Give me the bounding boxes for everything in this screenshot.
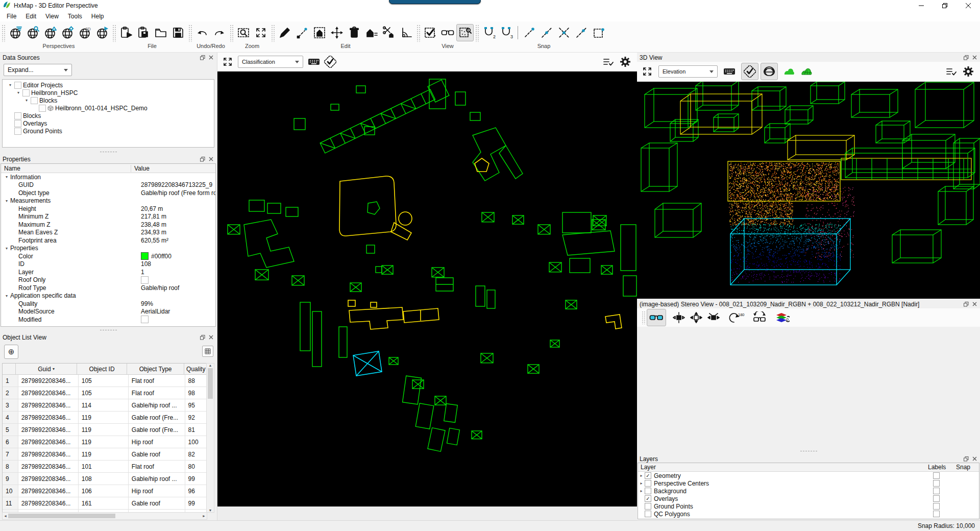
gear-icon[interactable] [960,63,977,80]
map-viewport[interactable] [217,71,637,506]
cursor-move-both-icon[interactable] [688,309,705,326]
undo-icon[interactable] [193,24,211,41]
fit-view-icon[interactable] [640,64,654,79]
group-caret-icon[interactable]: ▾ [3,294,10,298]
image-view-icon[interactable] [456,24,474,41]
move-icon[interactable] [328,24,346,41]
angle-icon[interactable] [398,24,415,41]
close-panel-icon[interactable] [207,334,214,341]
quality-column-header[interactable]: Quality [184,364,207,374]
close-panel-icon[interactable] [971,455,978,462]
view-3d-viewport[interactable] [637,82,980,299]
collapsed-panel-tab[interactable] [389,0,481,4]
tree-checkbox[interactable] [14,82,21,89]
menu-item[interactable]: Tools [63,12,87,21]
layer-visibility-checkbox[interactable] [645,511,651,517]
table-row[interactable]: 5 2879892208346... 119 Gable roof (Fre..… [3,424,207,436]
magnet-2-icon[interactable]: 2 [480,24,498,41]
tree-checkbox[interactable] [22,89,30,96]
property-value-cell[interactable]: Gable/hip roof [138,284,215,292]
zoom-fit-icon[interactable] [252,24,270,41]
globe-filter-icon[interactable] [7,24,24,41]
close-panel-icon[interactable] [207,54,214,61]
building-attributes-icon[interactable] [363,24,380,41]
tree-checkbox[interactable] [14,120,21,127]
classify-check-icon[interactable] [741,63,758,80]
tree-item[interactable]: ▾ Blocks [5,112,214,119]
delete-icon[interactable] [346,24,363,41]
property-value-cell[interactable]: 108 [138,260,215,268]
vertical-scrollbar[interactable]: ▲▼ [206,363,214,513]
expand-select[interactable]: Expand... [4,64,72,76]
property-value-cell[interactable] [138,276,215,284]
layer-row[interactable]: ▸ Perspective Centers [638,479,979,487]
layer-expand-icon[interactable]: ▸ [638,473,645,478]
toolbar-grip[interactable] [188,25,192,42]
view-list-icon[interactable] [942,63,960,80]
close-panel-icon[interactable] [971,301,978,307]
property-checkbox[interactable] [141,316,149,323]
cursor-move-right-icon[interactable] [705,309,722,326]
tree-item[interactable]: ▾ Blocks [5,96,214,104]
toolbar-grip[interactable] [2,25,5,42]
menu-item[interactable]: Help [87,12,109,21]
minimize-button[interactable] [910,0,933,11]
layer-visibility-checkbox[interactable]: ✓ [645,472,651,479]
table-row[interactable]: 4 2879892208346... 119 Gable roof (Fre..… [3,412,207,424]
layer-visibility-checkbox[interactable]: ✓ [645,495,651,502]
horizontal-scrollbar[interactable]: ◄► [2,512,207,520]
magnet-3-icon[interactable]: 3 [498,24,515,41]
paste-save-icon[interactable] [135,24,152,41]
close-button[interactable] [957,0,980,11]
properties-col-name[interactable]: Name [1,165,131,172]
snap-endpoint-icon[interactable] [521,24,538,41]
group-caret-icon[interactable]: ▾ [3,246,10,251]
property-value-cell[interactable]: AerialLidar [138,308,215,315]
table-settings-button[interactable] [202,346,213,357]
table-row[interactable]: 9 2879892208346... 108 Gable/hip roof ..… [3,473,207,485]
visibility-filter-icon[interactable] [422,24,439,41]
snap-nearest-icon[interactable] [573,24,590,41]
layer-visibility-checkbox[interactable] [645,488,651,494]
split-building-icon[interactable] [380,24,398,41]
tree-item[interactable]: ▾ Heilbronn_001-014_HSPC_Demo [5,104,214,112]
tree-item[interactable]: ▾ Ground Points [5,127,214,135]
layer-labels-checkbox[interactable] [933,503,940,510]
scroll-right-icon[interactable]: ► [202,514,206,518]
table-row[interactable]: 2 2879892208346... 105 Flat roof 98 [3,387,207,399]
tree-checkbox[interactable] [31,97,38,104]
stereo-glasses-icon[interactable] [647,309,666,326]
float-panel-icon[interactable] [199,54,206,61]
panel-splitter[interactable] [637,449,980,453]
keyboard-icon[interactable] [722,63,737,80]
tree-checkbox[interactable] [14,128,21,135]
scroll-down-icon[interactable]: ▼ [209,509,212,512]
image-layers-icon[interactable]: 0 [772,309,792,326]
scroll-left-icon[interactable]: ◄ [4,514,7,518]
fit-view-icon[interactable] [220,55,235,69]
swap-stereo-icon[interactable] [750,309,769,326]
menu-item[interactable]: Edit [21,12,41,21]
toolbar-grip[interactable] [230,25,233,42]
open-folder-icon[interactable] [152,24,169,41]
save-icon[interactable] [169,24,187,41]
property-checkbox[interactable] [141,276,149,284]
layer-row[interactable]: ▸ Background [638,487,979,495]
table-row[interactable]: 3 2879892208346... 114 Gable/hip roof ..… [3,399,207,412]
float-panel-icon[interactable] [963,455,970,462]
draw-icon[interactable] [276,24,293,41]
properties-col-value[interactable]: Value [131,165,150,172]
property-value-cell[interactable]: Gable/hip roof (Free form roof) [138,189,215,197]
panel-splitter[interactable] [0,328,216,332]
mesh-dome-icon[interactable] [761,63,778,80]
property-value-cell[interactable]: 238,48 m [138,221,215,228]
property-value-cell[interactable] [138,316,215,323]
layer-labels-checkbox[interactable] [933,495,940,502]
table-row[interactable]: 1 2879892208346... 105 Flat roof 88 [3,375,207,387]
snap-intersection-icon[interactable] [555,24,573,41]
globe-polygon-icon[interactable] [41,24,59,41]
layer-labels-checkbox[interactable] [933,488,940,494]
add-object-button[interactable]: ⊕ [4,345,18,359]
view-list-icon[interactable] [599,53,617,70]
layer-row[interactable]: ▸ ✓ Overlays [638,495,979,502]
